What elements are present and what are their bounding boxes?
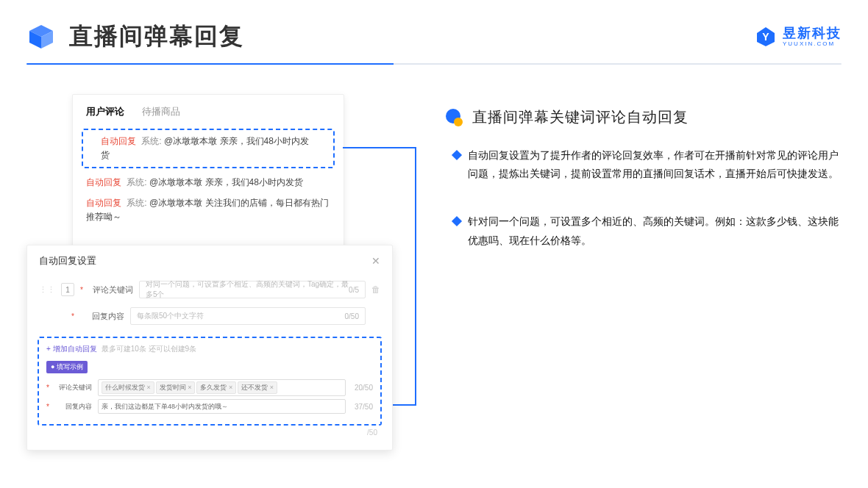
bullet-item: 针对同一个问题，可设置多个相近的、高频的关键词。例如：这款多少钱、这块能优惠吗、…: [453, 212, 842, 249]
section-title: 直播间弹幕关键词评论自动回复: [472, 107, 689, 127]
example-box: + 增加自动回复 最多可建10条 还可以创建9条 ● 填写示例 * 评论关键词 …: [38, 337, 382, 426]
system-label: 系统:: [127, 198, 146, 208]
keyword-tag[interactable]: 多久发货: [196, 381, 236, 394]
connector-line: [343, 147, 416, 148]
bullet-item: 自动回复设置为了提升作者的评论回复效率，作者可在开播前针对常见的评论用户问题，提…: [453, 146, 842, 183]
keyword-input[interactable]: 对同一个问题，可设置多个相近、高频的关键词，Tag确定，最多5个 0/5: [139, 281, 366, 298]
settings-title: 自动回复设置: [39, 254, 96, 268]
brand-logo: Y 昱新科技 YUUXIN.COM: [755, 26, 842, 48]
brand-icon: Y: [755, 26, 777, 48]
system-label: 系统:: [127, 177, 146, 187]
delete-icon[interactable]: 🗑: [371, 284, 380, 295]
keyword-tag[interactable]: 什么时候发货: [102, 381, 154, 394]
bullet-text: 自动回复设置为了提升作者的评论回复效率，作者可在开播前针对常见的评论用户问题，提…: [468, 146, 842, 183]
connector-line: [415, 147, 416, 406]
system-label: 系统:: [141, 136, 161, 146]
highlighted-comment: 自动回复 系统: @冰墩墩本墩 亲亲，我们48小时内发货: [82, 129, 335, 168]
ex-label-reply: 回复内容: [55, 402, 92, 412]
keyword-count: 0/5: [349, 286, 359, 294]
label-keyword: 评论关键词: [89, 284, 133, 295]
comment-text: @冰墩墩本墩 亲亲，我们48小时内发货: [149, 177, 303, 187]
tab-pending-goods[interactable]: 待播商品: [142, 105, 180, 118]
add-auto-reply-link[interactable]: + 增加自动回复: [46, 344, 97, 354]
label-reply: 回复内容: [80, 311, 124, 322]
page-title: 直播间弹幕回复: [69, 21, 244, 53]
diamond-icon: [452, 150, 462, 160]
svg-text:Y: Y: [762, 31, 769, 43]
comment-text: @冰墩墩本墩 关注我们的店铺，每日都有热门推荐呦～: [86, 198, 329, 222]
auto-reply-tag: 自动回复: [101, 136, 136, 146]
ex-reply-input[interactable]: 亲，我们这边都是下单48小时内发货的哦～: [98, 399, 346, 414]
close-icon[interactable]: ✕: [371, 255, 380, 267]
diamond-icon: [452, 216, 462, 226]
bullet-text: 针对同一个问题，可设置多个相近的、高频的关键词。例如：这款多少钱、这块能优惠吗、…: [468, 212, 842, 249]
brand-name: 昱新科技: [783, 26, 842, 41]
connector-line: [393, 404, 415, 406]
svg-point-5: [454, 118, 463, 126]
cube-icon: [26, 22, 56, 51]
add-hint: 最多可建10条 还可以创建9条: [102, 344, 196, 354]
tab-user-comments[interactable]: 用户评论: [86, 105, 124, 118]
outer-count: /50: [27, 426, 392, 437]
brand-sub: YUUXIN.COM: [783, 41, 842, 48]
example-badge: ● 填写示例: [46, 361, 88, 373]
reply-input[interactable]: 每条限50个中文字符 0/50: [130, 307, 366, 325]
rule-index: 1: [61, 283, 74, 296]
ex-label-keyword: 评论关键词: [55, 383, 92, 392]
ex-reply-count: 37/50: [355, 403, 373, 411]
section-icon: [444, 108, 463, 127]
auto-reply-settings-card: 自动回复设置 ✕ ⋮⋮ 1 * 评论关键词 对同一个问题，可设置多个相近、高频的…: [26, 245, 393, 451]
ex-kw-count: 20/50: [355, 384, 373, 392]
keyword-tag[interactable]: 还不发货: [238, 381, 277, 394]
comments-card: 用户评论 待播商品 自动回复 系统: @冰墩墩本墩 亲亲，我们48小时内发货 自…: [72, 94, 344, 263]
reply-count: 0/50: [345, 312, 359, 320]
auto-reply-tag: 自动回复: [86, 198, 121, 208]
auto-reply-tag: 自动回复: [86, 177, 121, 187]
ex-keyword-input[interactable]: 什么时候发货发货时间多久发货还不发货: [98, 379, 346, 396]
keyword-tag[interactable]: 发货时间: [156, 381, 196, 394]
